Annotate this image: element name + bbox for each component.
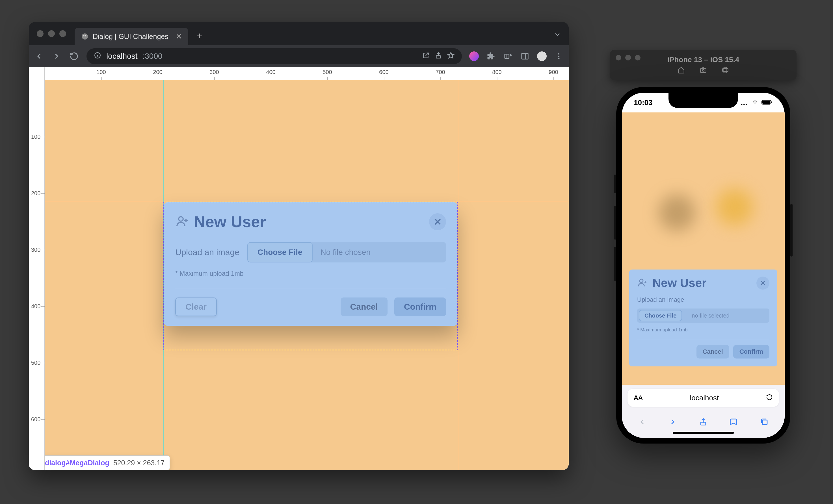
status-time: 10:03 [634,98,653,107]
extension-icon-1[interactable] [469,51,479,61]
media-icon[interactable] [503,51,513,61]
upload-label: Upload an image [175,248,239,257]
file-input[interactable]: Choose File no file selected [637,308,769,323]
favicon-icon [81,32,89,41]
profile-icon[interactable] [537,51,547,61]
user-add-icon [175,215,189,229]
svg-rect-24 [722,68,728,72]
tab-title: Dialog | GUI Challenges [93,32,168,41]
dialog-close-button[interactable]: ✕ [756,277,769,289]
close-window[interactable] [37,30,44,37]
blurred-element [716,189,753,225]
svg-point-22 [703,69,705,71]
forward-button[interactable] [51,51,62,61]
guide-vertical [458,80,458,470]
page-viewport: 100 200 300 400 500 600 700 800 900 100 … [29,67,569,470]
power-button[interactable] [790,204,792,256]
bookmarks-icon[interactable] [730,418,738,427]
sim-minimize[interactable] [625,55,631,60]
ruler-tick: 500 [323,69,332,75]
ruler-tick: 500 [31,360,41,366]
sim-close[interactable] [616,55,621,60]
svg-point-13 [558,58,560,59]
share-icon[interactable] [435,52,442,61]
url-host: localhost [106,52,138,61]
element-dimensions: 520.29 × 263.17 [113,459,165,467]
new-tab-button[interactable]: + [197,30,203,41]
reload-button[interactable] [69,51,79,61]
volume-down[interactable] [614,247,616,281]
simulator-toolbar: iPhone 13 – iOS 15.4 [610,50,796,80]
reload-icon[interactable] [766,394,773,402]
tabs-overflow-icon[interactable] [553,30,562,40]
home-icon[interactable] [677,67,685,75]
dialog-footer: Clear Cancel Confirm [175,289,446,316]
safari-host: localhost [643,394,766,402]
blurred-element [659,194,695,231]
ruler-tick: 600 [31,416,41,423]
safari-chrome: AA localhost [622,385,785,438]
back-icon[interactable] [638,418,646,427]
ruler-tick: 100 [31,134,41,140]
tab-close-icon[interactable]: ✕ [176,32,182,41]
dialog-header: New User ✕ [637,276,769,290]
ruler-tick: 400 [31,303,41,310]
tabs-icon[interactable] [760,418,768,427]
menu-icon[interactable] [554,51,564,61]
window-controls [37,30,66,37]
choose-file-button[interactable]: Choose File [639,310,682,321]
clear-button[interactable]: Clear [175,298,217,316]
screenshot-icon[interactable] [699,67,707,75]
element-selector: dialog#MegaDialog [45,459,110,467]
share-icon[interactable] [699,418,708,427]
back-button[interactable] [34,51,44,61]
maximize-window[interactable] [60,30,66,37]
upload-hint: * Maximum upload 1mb [637,327,769,333]
svg-rect-23 [724,67,727,73]
notch [668,93,738,108]
sim-maximize[interactable] [635,55,641,60]
iphone-screen: 10:03 New User ✕ Upload an image [622,93,785,438]
svg-point-11 [558,53,560,55]
dialog-close-button[interactable]: ✕ [429,213,446,230]
choose-file-button[interactable]: Choose File [247,242,313,262]
forward-icon[interactable] [668,418,677,427]
svg-point-26 [742,104,744,105]
svg-point-25 [741,104,742,105]
file-input[interactable]: Choose File No file chosen [247,242,446,262]
site-info-icon[interactable] [94,52,101,61]
ruler-tick: 200 [31,190,41,197]
volume-up[interactable] [614,206,616,240]
home-indicator[interactable] [673,432,734,434]
svg-rect-31 [771,101,772,103]
cancel-button[interactable]: Cancel [696,345,729,358]
dialog-title: New User [652,276,706,290]
iphone-page: New User ✕ Upload an image Choose File n… [622,112,785,385]
minimize-window[interactable] [48,30,55,37]
simulator-window-controls [616,55,641,60]
svg-point-0 [82,33,88,40]
panel-icon[interactable] [520,51,530,61]
confirm-button[interactable]: Confirm [733,345,769,358]
rotate-icon[interactable] [722,67,729,75]
svg-point-14 [178,217,183,221]
url-bar[interactable]: localhost:3000 [87,48,462,64]
ruler-tick: 300 [210,69,219,75]
mute-switch[interactable] [614,175,616,193]
cancel-button[interactable]: Cancel [341,298,387,316]
browser-tab[interactable]: Dialog | GUI Challenges ✕ [75,28,188,45]
ruler-tick: 900 [549,69,558,75]
wifi-icon [751,98,759,107]
confirm-button[interactable]: Confirm [394,298,446,316]
svg-point-32 [640,279,643,282]
safari-url-bar[interactable]: AA localhost [627,389,779,407]
ruler-tick: 700 [435,69,445,75]
reader-icon[interactable]: AA [634,394,643,401]
browser-tabstrip: Dialog | GUI Challenges ✕ + [29,22,569,45]
extensions-icon[interactable] [486,51,496,61]
iphone-device: 10:03 New User ✕ Upload an image [616,87,790,444]
browser-window: Dialog | GUI Challenges ✕ + localhost:30… [29,22,569,470]
svg-rect-21 [700,68,706,72]
bookmark-icon[interactable] [447,52,454,61]
open-external-icon[interactable] [422,52,430,61]
